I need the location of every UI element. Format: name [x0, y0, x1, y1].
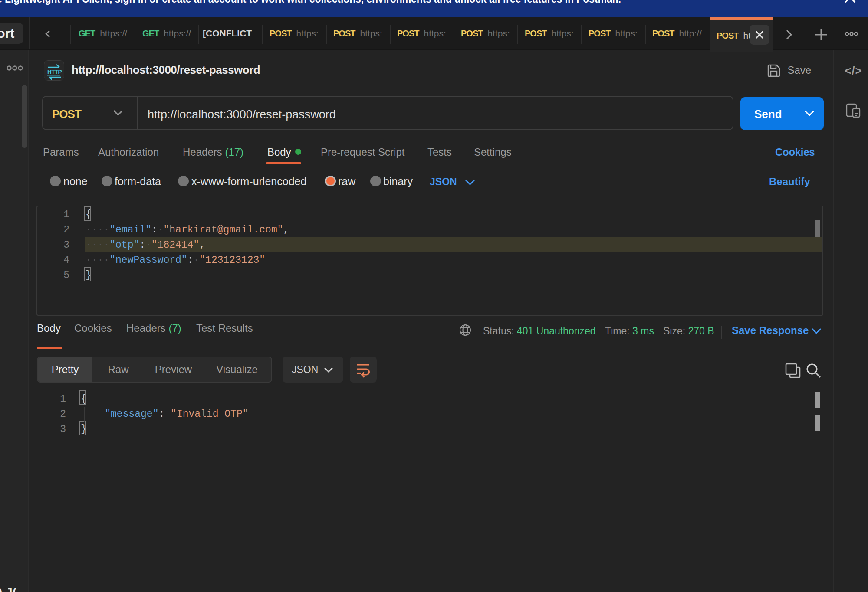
- svg-text:HTTP: HTTP: [47, 69, 62, 75]
